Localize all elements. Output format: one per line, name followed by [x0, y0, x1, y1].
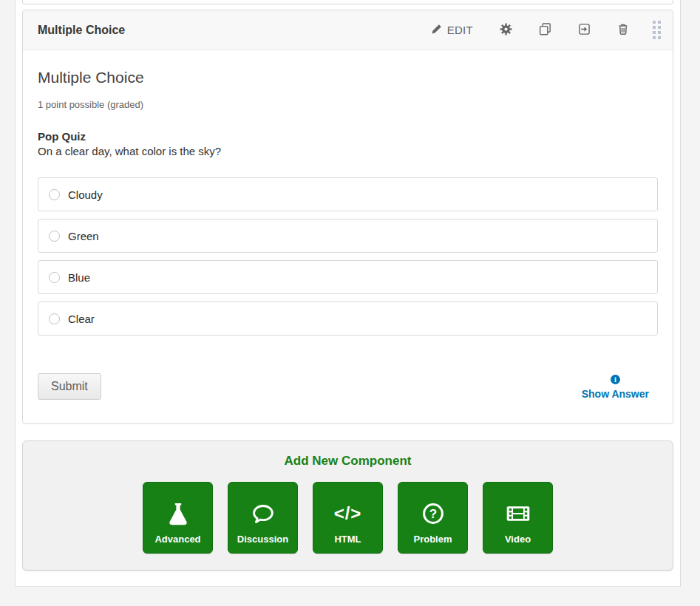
speech-bubble-icon — [251, 494, 275, 534]
multiple-choice-component: Multiple Choice EDIT — [22, 10, 673, 424]
problem-heading: Multiple Choice — [38, 69, 658, 86]
answer-option-green[interactable]: Green — [38, 219, 658, 253]
submit-button[interactable]: Submit — [38, 373, 101, 400]
component-header: Multiple Choice EDIT — [23, 10, 673, 50]
add-button-label: Video — [505, 534, 531, 545]
duplicate-button[interactable] — [534, 20, 556, 41]
radio-button[interactable] — [49, 272, 60, 283]
add-new-component-panel: Add New Component Advanced Discussion — [22, 440, 673, 571]
option-label: Cloudy — [68, 188, 103, 201]
answer-options: Cloudy Green Blue Clear — [38, 177, 658, 336]
add-html-button[interactable]: </> HTML — [313, 482, 383, 554]
previous-component-edge — [22, 0, 673, 4]
answer-option-clear[interactable]: Clear — [38, 302, 658, 336]
gear-icon — [500, 23, 512, 38]
radio-button[interactable] — [49, 189, 60, 200]
delete-button[interactable] — [613, 20, 633, 41]
settings-button[interactable] — [495, 20, 517, 41]
add-advanced-button[interactable]: Advanced — [143, 482, 213, 554]
add-button-label: HTML — [334, 534, 361, 545]
answer-option-cloudy[interactable]: Cloudy — [38, 177, 658, 211]
film-icon — [506, 494, 531, 534]
add-discussion-button[interactable]: Discussion — [228, 482, 298, 554]
add-video-button[interactable]: Video — [483, 482, 553, 554]
move-icon — [578, 23, 591, 38]
question-text: On a clear day, what color is the sky? — [38, 145, 658, 157]
option-label: Blue — [68, 271, 90, 284]
question-circle-icon: ? — [421, 494, 445, 534]
edit-button[interactable]: EDIT — [427, 21, 478, 40]
add-new-component-title: Add New Component — [23, 454, 673, 469]
problem-preview: Multiple Choice 1 point possible (graded… — [23, 50, 673, 423]
option-label: Clear — [68, 313, 95, 325]
add-problem-button[interactable]: ? Problem — [398, 482, 468, 554]
add-button-label: Problem — [413, 534, 452, 545]
edit-button-label: EDIT — [447, 24, 473, 36]
duplicate-icon — [539, 23, 551, 38]
radio-button[interactable] — [49, 313, 60, 324]
pencil-icon — [431, 24, 447, 37]
problem-points: 1 point possible (graded) — [38, 99, 658, 110]
show-answer-button[interactable]: i Show Answer — [582, 375, 649, 400]
flask-icon — [166, 494, 190, 534]
content-panel: Multiple Choice EDIT — [15, 0, 681, 587]
add-button-label: Discussion — [237, 534, 288, 545]
radio-button[interactable] — [49, 231, 60, 242]
trash-icon — [617, 23, 629, 38]
component-title: Multiple Choice — [38, 24, 125, 37]
question-title: Pop Quiz — [38, 130, 658, 143]
component-controls: EDIT — [409, 18, 664, 41]
answer-option-blue[interactable]: Blue — [38, 260, 658, 294]
code-icon: </> — [334, 494, 362, 534]
show-answer-label: Show Answer — [582, 388, 649, 400]
svg-text:?: ? — [429, 507, 436, 521]
move-button[interactable] — [574, 20, 595, 41]
info-icon: i — [611, 375, 620, 384]
drag-handle-icon[interactable] — [650, 18, 664, 41]
add-button-label: Advanced — [154, 534, 200, 545]
add-component-buttons: Advanced Discussion </> HTML — [23, 482, 673, 554]
problem-actions: Submit i Show Answer — [38, 373, 658, 400]
option-label: Green — [68, 230, 99, 242]
